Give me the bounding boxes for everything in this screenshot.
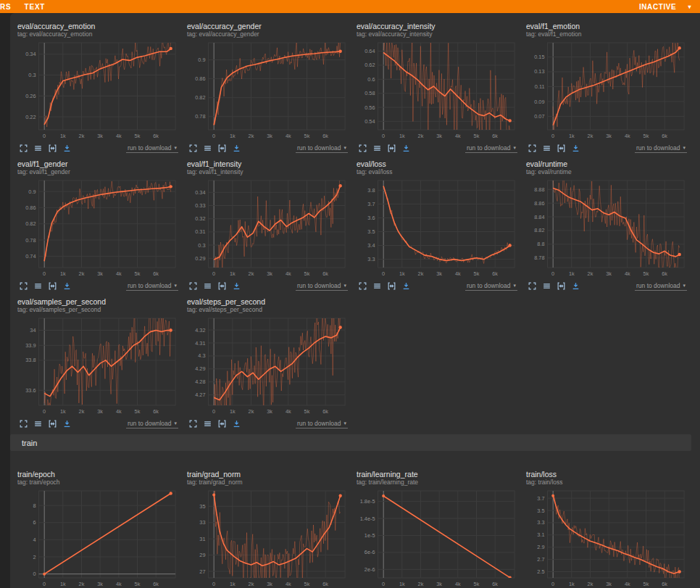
chevron-down-icon: ▾ bbox=[174, 283, 177, 289]
svg-text:5k: 5k bbox=[474, 270, 480, 277]
download-icon[interactable] bbox=[571, 144, 580, 153]
svg-text:0.9: 0.9 bbox=[28, 189, 36, 195]
download-icon[interactable] bbox=[232, 419, 241, 428]
lines-icon[interactable] bbox=[372, 144, 382, 153]
download-icon[interactable] bbox=[401, 144, 411, 153]
svg-text:0: 0 bbox=[43, 581, 46, 587]
svg-text:3k: 3k bbox=[436, 270, 442, 277]
download-icon[interactable] bbox=[401, 281, 411, 291]
line-chart[interactable]: 01k2k3k4k5k6k0.070.090.110.130.15 bbox=[526, 39, 688, 141]
run-to-download-select[interactable]: run to download ▾ bbox=[635, 282, 687, 291]
fit-data-icon[interactable] bbox=[217, 419, 227, 428]
line-chart[interactable]: 01k2k3k4k5k6k8.788.88.828.848.868.88 bbox=[526, 177, 688, 278]
svg-text:0.09: 0.09 bbox=[534, 98, 544, 104]
line-chart[interactable]: 01k2k3k4k5k6k0.220.260.30.34 bbox=[17, 39, 180, 141]
fit-data-icon[interactable] bbox=[557, 281, 566, 291]
download-icon[interactable] bbox=[232, 281, 241, 291]
run-to-download-select[interactable]: run to download ▾ bbox=[296, 144, 348, 153]
fullscreen-icon[interactable] bbox=[358, 281, 367, 291]
line-chart[interactable]: 01k2k3k4k5k6k4.274.284.294.34.314.32 bbox=[187, 315, 349, 416]
line-chart[interactable]: 01k2k3k4k5k6k3.33.43.53.63.73.8 bbox=[357, 177, 519, 278]
fullscreen-icon[interactable] bbox=[19, 281, 28, 291]
chart-tag: tag: eval/f1_intensity bbox=[187, 169, 349, 175]
svg-text:4k: 4k bbox=[116, 408, 122, 415]
line-chart[interactable]: 01k2k3k4k5k6k0.740.780.820.860.9 bbox=[17, 177, 180, 278]
tensorboard-screen: RS TEXT INACTIVE ▾ eval/accuracy_emotion… bbox=[0, 0, 700, 588]
tab-text[interactable]: TEXT bbox=[25, 3, 46, 11]
fullscreen-icon[interactable] bbox=[19, 419, 28, 428]
run-to-download-select[interactable]: run to download ▾ bbox=[126, 144, 178, 153]
download-icon[interactable] bbox=[232, 144, 241, 153]
lines-icon[interactable] bbox=[33, 281, 43, 291]
svg-text:0: 0 bbox=[212, 133, 215, 139]
svg-text:6k: 6k bbox=[322, 270, 328, 277]
download-icon[interactable] bbox=[62, 281, 72, 291]
fullscreen-icon[interactable] bbox=[19, 144, 28, 153]
line-chart[interactable]: 01k2k3k4k5k6k0.780.820.860.9 bbox=[187, 39, 349, 141]
download-icon[interactable] bbox=[62, 144, 72, 153]
lines-icon[interactable] bbox=[372, 281, 382, 291]
svg-text:4k: 4k bbox=[286, 133, 291, 139]
lines-icon[interactable] bbox=[203, 419, 212, 428]
chevron-down-icon: ▾ bbox=[683, 283, 686, 289]
svg-text:6e-6: 6e-6 bbox=[364, 549, 375, 555]
run-to-download-select[interactable]: run to download ▾ bbox=[635, 144, 687, 153]
fullscreen-icon[interactable] bbox=[358, 144, 367, 153]
fit-data-icon[interactable] bbox=[48, 281, 57, 291]
chart-card: train/loss tag: train/loss 01k2k3k4k5k6k… bbox=[525, 468, 690, 588]
svg-text:3k: 3k bbox=[436, 581, 442, 587]
svg-text:0: 0 bbox=[382, 581, 385, 587]
svg-text:3k: 3k bbox=[267, 581, 272, 587]
lines-icon[interactable] bbox=[542, 281, 551, 291]
line-chart[interactable]: 01k2k3k4k5k6k2729313335 bbox=[187, 487, 349, 588]
fit-data-icon[interactable] bbox=[217, 144, 227, 153]
chart-tag: tag: train/epoch bbox=[17, 479, 180, 486]
download-icon[interactable] bbox=[571, 281, 580, 291]
tab-scalars-partial[interactable]: RS bbox=[0, 3, 12, 11]
fit-data-icon[interactable] bbox=[557, 144, 566, 153]
fullscreen-icon[interactable] bbox=[188, 144, 198, 153]
line-chart[interactable]: 01k2k3k4k5k6k02468 bbox=[17, 487, 180, 588]
svg-text:5k: 5k bbox=[304, 270, 310, 277]
chevron-down-icon: ▾ bbox=[513, 145, 516, 151]
fullscreen-icon[interactable] bbox=[528, 144, 537, 153]
fit-data-icon[interactable] bbox=[387, 281, 396, 291]
lines-icon[interactable] bbox=[203, 281, 212, 291]
run-to-download-select[interactable]: run to download ▾ bbox=[465, 144, 517, 153]
lines-icon[interactable] bbox=[203, 144, 212, 153]
fullscreen-icon[interactable] bbox=[528, 281, 537, 291]
tab-bar: RS TEXT bbox=[0, 3, 45, 11]
svg-text:0.9: 0.9 bbox=[198, 57, 205, 63]
line-chart[interactable]: 01k2k3k4k5k6k2.52.72.93.13.33.53.7 bbox=[526, 487, 688, 588]
svg-text:33.6: 33.6 bbox=[25, 387, 36, 394]
run-to-download-select[interactable]: run to download ▾ bbox=[126, 420, 178, 428]
svg-text:0.78: 0.78 bbox=[195, 113, 205, 120]
run-status-dropdown[interactable]: INACTIVE ▾ bbox=[639, 3, 691, 11]
run-to-download-select[interactable]: run to download ▾ bbox=[465, 282, 517, 291]
fit-data-icon[interactable] bbox=[48, 419, 57, 428]
svg-text:4k: 4k bbox=[625, 270, 630, 277]
line-chart[interactable]: 01k2k3k4k5k6k2e-66e-61e-51.4e-51.8e-5 bbox=[357, 487, 519, 588]
fit-data-icon[interactable] bbox=[387, 144, 396, 153]
svg-text:1k: 1k bbox=[230, 581, 236, 587]
line-chart[interactable]: 01k2k3k4k5k6k33.633.833.934 bbox=[17, 315, 180, 416]
chart-tag: tag: train/loss bbox=[526, 479, 688, 486]
lines-icon[interactable] bbox=[542, 144, 551, 153]
section-header-train[interactable]: train bbox=[10, 434, 691, 451]
chart-toolbar: run to download ▾ bbox=[357, 141, 519, 154]
run-to-download-select[interactable]: run to download ▾ bbox=[296, 282, 348, 291]
svg-text:0.34: 0.34 bbox=[25, 51, 36, 57]
fullscreen-icon[interactable] bbox=[188, 281, 198, 291]
fullscreen-icon[interactable] bbox=[188, 419, 198, 428]
chart-title: eval/runtime bbox=[526, 160, 688, 168]
download-icon[interactable] bbox=[62, 419, 72, 428]
run-to-download-select[interactable]: run to download ▾ bbox=[296, 420, 348, 428]
lines-icon[interactable] bbox=[33, 419, 43, 428]
line-chart[interactable]: 01k2k3k4k5k6k0.290.30.310.320.330.34 bbox=[187, 177, 349, 278]
svg-text:31: 31 bbox=[199, 536, 205, 542]
lines-icon[interactable] bbox=[33, 144, 43, 153]
line-chart[interactable]: 01k2k3k4k5k6k0.540.560.580.60.620.64 bbox=[357, 39, 519, 141]
fit-data-icon[interactable] bbox=[217, 281, 227, 291]
fit-data-icon[interactable] bbox=[48, 144, 57, 153]
run-to-download-select[interactable]: run to download ▾ bbox=[126, 282, 178, 291]
